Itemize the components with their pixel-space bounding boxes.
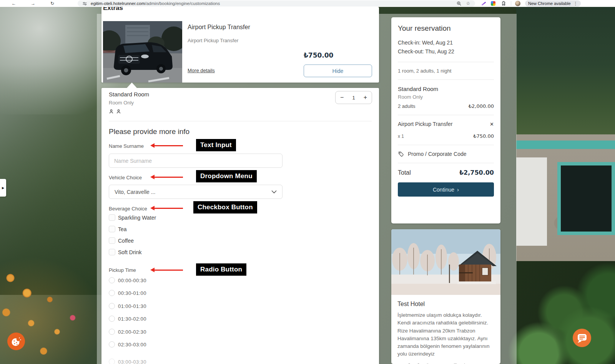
- reservation-room-name: Standard Room: [398, 86, 494, 92]
- radio-label: 03:00-03:30: [118, 359, 146, 364]
- update-chrome-pill[interactable]: New Chrome available ⋮: [525, 0, 581, 7]
- chat-bubble-icon: [573, 329, 591, 347]
- radio-time-0230[interactable]: 02:30-03:00: [109, 341, 146, 347]
- divider: [398, 115, 494, 115]
- radio-time-0130[interactable]: 01:30-02:00: [109, 316, 146, 322]
- more-menu-icon[interactable]: ⋮: [573, 1, 578, 6]
- reload-button[interactable]: ↻: [48, 0, 56, 7]
- checkbox-box: [109, 214, 115, 221]
- background-building-window: [557, 162, 615, 235]
- radio-time-0000[interactable]: 00:00-00:30: [109, 277, 146, 283]
- background-forest: [516, 7, 615, 134]
- reservation-extra-name: Airport Pickup Transfer: [398, 121, 452, 127]
- media-extension-icon[interactable]: [491, 1, 495, 6]
- checkbox-label: Sparkling Water: [118, 215, 156, 221]
- beverage-field-label: Beverage Choice: [109, 206, 147, 212]
- annotation-badge-text-input: Text Input: [196, 139, 236, 151]
- checkbox-box: [109, 226, 115, 232]
- reservation-summary: 1 room, 2 adults, 1 night: [398, 68, 494, 74]
- card-notch: [127, 83, 137, 88]
- hotel-name: Test Hotel: [397, 301, 494, 308]
- sidebar-expander-tab[interactable]: ▶: [0, 179, 6, 197]
- chevron-down-icon: [271, 190, 277, 194]
- checkbox-soft-drink[interactable]: Soft Drink: [109, 249, 141, 255]
- profile-avatar[interactable]: [515, 1, 520, 6]
- transfer-price: ₺750.00: [304, 51, 333, 59]
- transfer-subtitle: Airport Pickup Transfer: [188, 38, 238, 43]
- van-photo-illustration: [103, 21, 182, 83]
- reservation-title: Your reservation: [398, 24, 494, 33]
- name-input[interactable]: [109, 154, 283, 168]
- form-heading: Please provide more info: [109, 127, 189, 136]
- increase-button[interactable]: +: [364, 94, 367, 101]
- forward-button[interactable]: →: [29, 0, 37, 7]
- radio-circle: [109, 303, 115, 309]
- quantity-value: 1: [352, 95, 355, 101]
- decrease-button[interactable]: −: [340, 94, 344, 101]
- transfer-title: Airport Pickup Transfer: [188, 24, 250, 31]
- extensions-puzzle-icon[interactable]: [500, 0, 506, 7]
- background-building-wall: [516, 157, 547, 246]
- radio-circle: [109, 290, 115, 296]
- promo-code-label: Promo / Corporate Code: [408, 151, 467, 157]
- annotation-badge-radio: Radio Button: [196, 263, 246, 276]
- divider: [398, 62, 494, 62]
- radio-label: 01:30-02:00: [118, 316, 146, 322]
- forward-icon: →: [31, 1, 35, 6]
- person-icon: [116, 109, 121, 114]
- site-settings-icon: [81, 0, 88, 7]
- zoom-icon[interactable]: [456, 0, 462, 7]
- checkbox-box: [109, 237, 115, 244]
- checkbox-label: Soft Drink: [118, 249, 141, 255]
- room-rate: Room Only: [109, 100, 134, 106]
- hotel-photo: [391, 229, 500, 295]
- booking-form-card: Standard Room Room Only − 1 + Please pro…: [101, 88, 379, 364]
- checkbox-sparkling-water[interactable]: Sparkling Water: [109, 214, 156, 221]
- radio-time-0030[interactable]: 00:30-01:00: [109, 290, 146, 296]
- radio-circle: [109, 316, 115, 322]
- checkbox-coffee[interactable]: Coffee: [109, 237, 134, 244]
- pen-extension-icon[interactable]: [481, 2, 486, 5]
- hide-button[interactable]: Hide: [304, 65, 372, 77]
- reservation-extra-price: ₺750.00: [473, 133, 494, 139]
- checkbox-box: [109, 249, 115, 255]
- total-label: Total: [398, 169, 411, 176]
- cookie-icon: [7, 333, 25, 350]
- chat-widget-button[interactable]: [573, 329, 591, 347]
- update-chrome-label: New Chrome available: [528, 1, 571, 6]
- radio-time-0200[interactable]: 02:00-02:30: [109, 329, 146, 335]
- radio-label: 00:30-01:00: [118, 290, 146, 296]
- check-out-line: Check-out: Thu, Aug 22: [398, 47, 494, 56]
- url-host: egitim-oteli.hotelrunner.com: [91, 1, 145, 6]
- promo-code-link[interactable]: Promo / Corporate Code: [398, 151, 494, 157]
- vehicle-select[interactable]: Vito, Caravelle ...: [109, 185, 283, 199]
- continue-button[interactable]: Continue ›: [398, 182, 494, 197]
- background-building: [516, 134, 615, 261]
- remove-extra-button[interactable]: ✕: [490, 122, 494, 127]
- reload-icon: ↻: [50, 1, 54, 6]
- quantity-stepper: − 1 +: [335, 91, 372, 104]
- transfer-photo: [103, 21, 182, 83]
- person-icon: [109, 109, 114, 114]
- annotation-arrow: [155, 208, 183, 209]
- radio-circle: [109, 329, 115, 335]
- address-bar[interactable]: egitim-oteli.hotelrunner.com/admin/booki…: [78, 0, 475, 7]
- radio-time-0100[interactable]: 01:00-01:30: [109, 303, 146, 309]
- expand-arrow-icon: ▶: [2, 186, 4, 190]
- checkbox-tea[interactable]: Tea: [109, 226, 127, 232]
- radio-label: 02:00-02:30: [118, 329, 146, 335]
- radio-label: 02:30-03:00: [118, 342, 146, 347]
- radio-time-0300[interactable]: 03:00-03:30: [109, 359, 146, 364]
- divider: [398, 79, 494, 80]
- divider: [398, 163, 494, 163]
- hotel-description: İşletmemize ulaşım oldukça kolaydır. Ken…: [397, 311, 494, 358]
- divider: [398, 145, 494, 145]
- cookie-consent-button[interactable]: [7, 333, 25, 350]
- annotation-arrow: [155, 270, 183, 271]
- radio-circle: [109, 359, 115, 364]
- more-details-link[interactable]: More details: [188, 68, 215, 73]
- bookmark-star-icon[interactable]: ☆: [465, 0, 471, 7]
- pickup-field-label: Pickup Time: [109, 267, 136, 273]
- back-button[interactable]: ←: [10, 0, 18, 7]
- continue-label: Continue: [433, 187, 454, 193]
